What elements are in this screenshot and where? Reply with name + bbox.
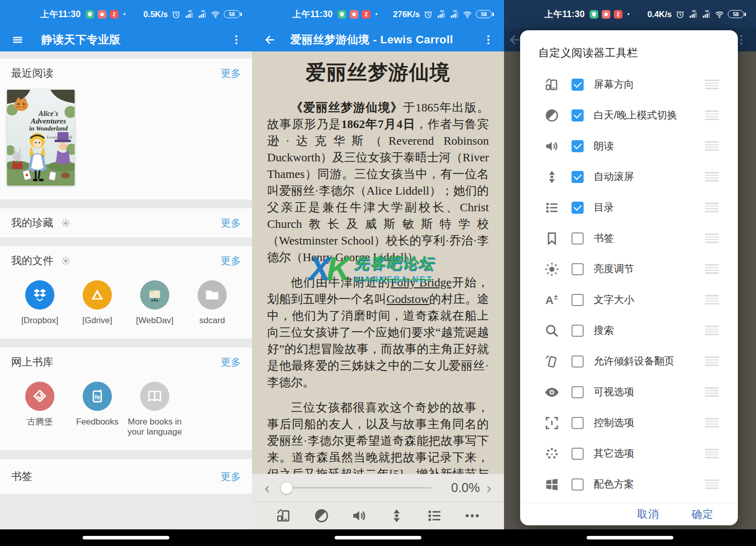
online-library-tiles: 古腾堡feFeedbooksMore books in your languag… <box>11 377 241 450</box>
svg-text:A: A <box>545 294 553 307</box>
overflow-menu-icon[interactable] <box>481 32 496 47</box>
hamburger-menu-icon[interactable] <box>10 32 25 47</box>
favorites-more-link[interactable]: 更多 <box>221 216 241 230</box>
checkbox[interactable] <box>572 294 584 306</box>
home-indicator[interactable] <box>83 536 169 539</box>
dialog-row-speaker[interactable]: 朗读 <box>520 131 738 161</box>
files-more-link[interactable]: 更多 <box>221 254 241 268</box>
svg-text:HD: HD <box>453 10 457 13</box>
checkbox[interactable] <box>572 202 584 214</box>
checkbox[interactable] <box>572 263 584 275</box>
tile-label: sdcard <box>199 316 225 326</box>
checkbox[interactable] <box>572 171 584 183</box>
signal-sim1-icon: HD <box>436 10 446 19</box>
toc-icon <box>544 200 559 215</box>
drag-handle-icon[interactable] <box>705 479 719 489</box>
favorites-settings-gear-icon[interactable] <box>61 219 70 227</box>
checkbox[interactable] <box>572 417 584 429</box>
next-chapter-chevron[interactable]: › <box>482 480 496 496</box>
ok-button[interactable]: 确定 <box>691 507 714 521</box>
scheme-icon <box>544 477 559 492</box>
dialog-row-sun[interactable]: 亮度调节 <box>520 254 738 284</box>
drag-handle-icon[interactable] <box>705 233 719 243</box>
drag-handle-icon[interactable] <box>705 387 719 397</box>
online-library-more-link[interactable]: 更多 <box>221 355 241 369</box>
drag-handle-icon[interactable] <box>705 356 719 366</box>
feedbooks-icon: fe <box>83 382 112 411</box>
slider-knob[interactable] <box>280 481 293 494</box>
drag-handle-icon[interactable] <box>705 172 719 181</box>
checkbox[interactable] <box>572 355 584 368</box>
dialog-row-eye[interactable]: 可视选项 <box>520 377 738 407</box>
checkbox[interactable] <box>572 232 584 245</box>
files-settings-gear-icon[interactable] <box>61 257 70 265</box>
cancel-button[interactable]: 取消 <box>637 507 659 521</box>
svg-text:HD: HD <box>440 10 444 13</box>
book-cover-alice[interactable]: Alice's Adventures in Wonderland Lewis C… <box>7 90 75 186</box>
drag-handle-icon[interactable] <box>705 264 719 274</box>
dialog-row-cluster[interactable]: 其它选项 <box>520 438 738 469</box>
checkbox[interactable] <box>572 478 584 491</box>
drag-handle-icon[interactable] <box>705 203 719 212</box>
toolbar-autoscroll-icon[interactable] <box>389 508 405 524</box>
dropbox-icon <box>25 280 54 310</box>
dialog-row-autoscroll[interactable]: 自动滚屏 <box>520 161 738 192</box>
my-files-section: 我的文件 更多 [Dropbox][Gdrive][WebDav]sdcard <box>0 246 252 339</box>
search-icon <box>544 323 559 338</box>
storage-tile-gutenberg[interactable]: 古腾堡 <box>11 382 69 437</box>
dialog-row-toc[interactable]: 目录 <box>520 192 738 223</box>
notification-dot <box>627 13 629 15</box>
checkbox[interactable] <box>572 109 584 122</box>
drag-handle-icon[interactable] <box>705 295 719 305</box>
checkbox[interactable] <box>572 325 584 337</box>
prev-chapter-chevron[interactable]: ‹ <box>260 480 274 496</box>
toolbar-more_h-icon[interactable] <box>464 508 480 524</box>
favorites-section: 我的珍藏 更多 <box>0 208 252 238</box>
toolbar-toc-icon[interactable] <box>426 508 443 524</box>
dialog-row-daynight[interactable]: 白天/晚上模式切换 <box>520 100 738 131</box>
dialog-row-control[interactable]: 控制选项 <box>520 407 738 438</box>
tile-label: 古腾堡 <box>27 417 53 427</box>
checkbox[interactable] <box>572 386 584 398</box>
storage-tile-folder[interactable]: sdcard <box>183 280 241 326</box>
recent-more-link[interactable]: 更多 <box>221 67 241 80</box>
dialog-row-tilt[interactable]: 允许倾斜设备翻页 <box>520 346 738 377</box>
storage-tile-feedbooks[interactable]: feFeedbooks <box>69 382 126 437</box>
storage-tile-webdav[interactable]: [WebDav] <box>126 280 183 326</box>
network-speed: 0.4K/s <box>647 10 672 19</box>
bookmarks-more-link[interactable]: 更多 <box>221 470 241 483</box>
overflow-menu-icon[interactable] <box>229 32 244 47</box>
progress-slider-bar: ‹ 0.0% › <box>252 474 504 502</box>
drag-handle-icon[interactable] <box>705 326 719 335</box>
dialog-row-rotate[interactable]: 屏幕方向 <box>520 69 738 100</box>
drag-handle-icon[interactable] <box>705 80 719 89</box>
storage-tile-openbook[interactable]: More books in your language <box>126 382 183 437</box>
storage-tile-gdrive[interactable]: [Gdrive] <box>69 280 126 326</box>
drag-handle-icon[interactable] <box>705 141 719 151</box>
book-page[interactable]: 爱丽丝梦游仙境 《爱丽丝梦游仙境》于1865年出版。故事原形乃是1862年7月4… <box>252 51 504 474</box>
checkbox[interactable] <box>572 79 584 91</box>
drag-handle-icon[interactable] <box>705 418 719 428</box>
dialog-row-textsize[interactable]: A±文字大小 <box>520 284 738 315</box>
drag-handle-icon[interactable] <box>705 110 719 120</box>
home-indicator[interactable] <box>335 536 421 539</box>
toolbar-rotate-icon[interactable] <box>276 508 292 524</box>
android-nav-bar <box>252 529 504 546</box>
dialog-row-search[interactable]: 搜索 <box>520 315 738 346</box>
checkbox[interactable] <box>572 140 584 152</box>
back-arrow-icon[interactable] <box>262 32 277 47</box>
notification-circle-icon <box>350 10 358 19</box>
book-paragraph: 三位女孩都很喜欢这个奇妙的故事，事后同船的友人，以及与故事主角同名的爱丽丝·李德… <box>267 399 489 474</box>
library-screen: 上午11:300.5K/sHDHD58 静读天下专业版 最近阅读 更多 <box>0 0 252 546</box>
storage-tile-dropbox[interactable]: [Dropbox] <box>11 280 69 326</box>
notification-circle-icon <box>98 10 106 19</box>
toolbar-speaker-icon[interactable] <box>351 508 367 524</box>
dialog-row-scheme[interactable]: 配色方案 <box>520 469 738 500</box>
home-indicator[interactable] <box>587 536 673 539</box>
toolbar-daynight-icon[interactable] <box>313 508 330 524</box>
reader-app-bar: 爱丽丝梦游仙境 - Lewis Carroll <box>252 28 504 51</box>
dialog-row-bookmark[interactable]: 书签 <box>520 223 738 254</box>
checkbox[interactable] <box>572 448 584 460</box>
drag-handle-icon[interactable] <box>705 449 719 458</box>
progress-slider[interactable] <box>279 487 431 489</box>
